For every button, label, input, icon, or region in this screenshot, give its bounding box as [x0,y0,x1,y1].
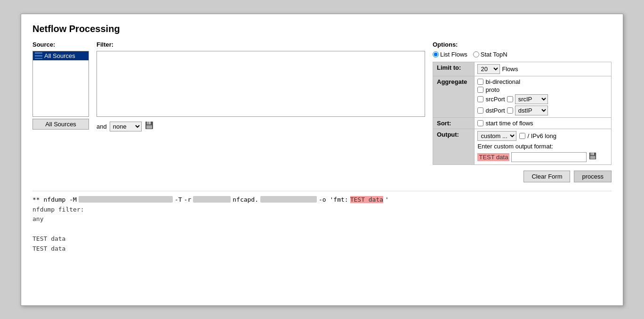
page-title: Netflow Processing [32,24,612,34]
cmd-prefix: ** nfdump -M [32,196,77,203]
proto-check[interactable] [477,87,483,93]
cmd-line: ** nfdump -M -T -r nfcapd. -o 'fmt: [32,196,612,203]
ipv6-label[interactable]: / IPv6 long [519,132,556,139]
test-data-highlight: TEST data [477,153,509,161]
bi-directional-check[interactable] [477,79,483,85]
filter-label: Filter: [97,41,425,48]
svg-rect-3 [146,125,152,129]
dstport-label: dstPort [485,107,505,114]
svg-rect-7 [590,156,596,159]
srcip-select[interactable]: srcIP dstIP any [515,94,548,104]
limit-label: Limit to: [433,62,475,76]
dstip-select[interactable]: dstIP srcIP any [515,106,548,115]
filter-line: nfdump filter: [32,205,612,215]
cmd-test-data: TEST data [350,196,383,203]
radio-stat-topn[interactable] [473,51,479,57]
sort-label: Sort: [433,117,475,129]
blurred-path3 [260,196,317,203]
source-bars-icon [35,52,42,59]
radio-list-flows[interactable] [433,51,439,57]
source-list-item[interactable]: All Sources [33,51,89,60]
output-label: Output: [433,129,475,164]
all-sources-button[interactable]: All Sources [32,119,89,130]
nfcapd-prefix: nfcapd. [233,196,258,203]
fmt-prefix: -o 'fmt: [319,196,348,203]
fmt-suffix: ' [385,196,389,203]
ipv6-check[interactable] [519,133,525,139]
dstip-check[interactable] [507,107,513,114]
floppy-icon [145,121,154,130]
start-time-check[interactable] [477,120,483,126]
bi-directional-label: bi-directional [485,78,520,85]
flag-T: -T [175,196,182,203]
limit-select[interactable]: 5 10 20 50 100 200 [477,64,500,74]
flows-label: Flows [502,65,518,73]
output-save-button[interactable] [588,152,597,163]
any-line: any [32,214,612,224]
svg-rect-2 [147,122,149,124]
process-button[interactable]: process [574,171,612,182]
proto-label: proto [485,86,499,93]
result1: TEST data [32,234,612,244]
start-time-label: start time of flows [485,120,533,127]
radio-stat-topn-label[interactable]: Stat TopN [473,51,507,58]
output-section: ** nfdump -M -T -r nfcapd. -o 'fmt: [32,191,612,254]
source-label: Source: [32,41,89,48]
filter-textarea[interactable] [97,51,425,117]
flag-r: -r [184,196,192,203]
output-floppy-icon [588,152,597,160]
none-select[interactable]: none any custom [110,122,142,131]
srcip-check[interactable] [507,96,513,102]
aggregate-label: Aggregate [433,76,475,117]
blurred-path1 [79,196,173,203]
options-label: Options: [433,41,612,48]
enter-custom-label: Enter custom output format: [477,143,608,150]
custom-select[interactable]: custom ... bytes packets flows [477,131,516,141]
clear-form-button[interactable]: Clear Form [523,171,570,182]
blurred-path2 [193,196,231,203]
radio-list-flows-label[interactable]: List Flows [433,51,467,58]
result2: TEST data [32,244,612,254]
custom-output-input[interactable] [511,152,587,162]
srcport-label: srcPort [485,96,505,103]
srcport-check[interactable] [477,96,483,102]
svg-rect-6 [591,153,593,155]
options-table: Limit to: 5 10 20 50 100 200 Flows [433,62,612,165]
filter-save-button[interactable] [145,121,154,132]
source-list[interactable]: All Sources [32,51,89,117]
output-pre: nfdump filter: any TEST data TEST data [32,205,612,254]
and-label: and [97,123,107,130]
dstport-check[interactable] [477,107,483,114]
